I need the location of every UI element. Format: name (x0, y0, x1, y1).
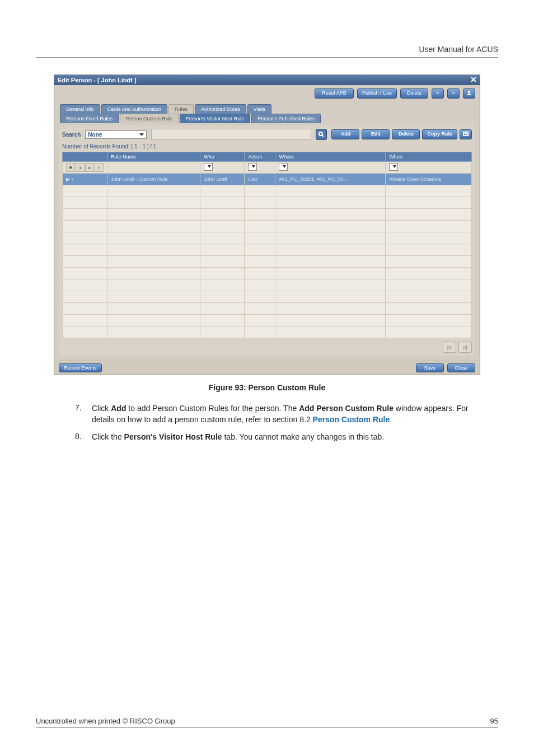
save-button[interactable]: Save (416, 363, 444, 372)
col-where[interactable]: Where (275, 152, 386, 162)
pager-next[interactable]: >| (458, 342, 472, 353)
close-button[interactable]: Close (447, 363, 475, 372)
col-blank (63, 152, 107, 162)
cell-rule-name: John Lindt - Custom Rule (107, 174, 200, 185)
rules-grid: Rule Name Who Action Where When ✱◂▸▪ ▶ ▪ (62, 152, 472, 338)
tab-rules[interactable]: Rules (168, 104, 194, 114)
figure-caption: Figure 93: Person Custom Rule (36, 383, 498, 392)
window-title-text: Edit Person - [ John Lindt ] (58, 77, 137, 83)
close-icon[interactable] (471, 77, 476, 83)
subtab-visitor-host[interactable]: Person's Visitor Host Rule (180, 114, 250, 123)
link-person-custom-rule[interactable]: Person Custom Rule (313, 415, 390, 424)
page-number: 95 (490, 717, 498, 725)
cell-action: Can (245, 174, 275, 185)
search-dropdown[interactable]: None (85, 130, 147, 139)
step-8: 8. Click the Person's Visitor Host Rule … (75, 432, 476, 443)
subtab-custom-rule[interactable]: Person Custom Rule (120, 114, 179, 123)
table-row[interactable]: ▶ ▪ John Lindt - Custom Rule John Lindt … (63, 174, 472, 185)
copy-rule-button[interactable]: Copy Rule (422, 129, 457, 139)
report-icon[interactable] (460, 129, 472, 139)
row-nav-icons[interactable]: ✱◂▸▪ (66, 163, 104, 172)
delete-rule-button[interactable]: Delete (392, 129, 420, 139)
footer-left: Uncontrolled when printed © RISCO Group (36, 717, 175, 725)
chevron-down-icon (139, 133, 144, 136)
subtab-published-rules[interactable]: Person's Published Rules (251, 114, 321, 123)
publish-button[interactable]: Publish / Use (357, 88, 397, 99)
col-who[interactable]: Who (200, 152, 245, 162)
bold-visitor-tab: Person's Visitor Host Rule (124, 432, 222, 441)
records-count: Number of Records Found: [ 1 - 1 ] / 1 (62, 143, 472, 150)
header-title: User Manual for ACUS (419, 45, 498, 54)
filter-row: ✱◂▸▪ (63, 162, 472, 174)
search-icon[interactable] (316, 129, 327, 140)
row-indicator: ▶ ▪ (63, 174, 107, 185)
search-label: Search (62, 132, 81, 138)
tab-general-info[interactable]: General Info (60, 104, 100, 114)
cell-who: John Lindt (200, 174, 245, 185)
nav-next-button[interactable]: > (447, 88, 460, 99)
bold-add: Add (111, 404, 126, 413)
search-text-input[interactable] (151, 129, 311, 140)
col-when[interactable]: When (386, 152, 472, 162)
step-number: 7. (75, 403, 92, 425)
tab-cards-auth[interactable]: Cards And Authorization (101, 104, 168, 114)
filter-where[interactable] (279, 163, 288, 171)
filter-action[interactable] (248, 163, 257, 171)
cell-where: #01_PC_00201, #01_PC_00... (275, 174, 386, 185)
cell-when: Always Open Schedule (386, 174, 472, 185)
col-rule-name[interactable]: Rule Name (107, 152, 200, 162)
reset-apb-button[interactable]: Reset APB (315, 88, 354, 99)
bold-window: Add Person Custom Rule (299, 404, 394, 413)
col-action[interactable]: Action (245, 152, 275, 162)
step-7: 7. Click Add to add Person Custom Rules … (75, 403, 476, 425)
screenshot-figure: Edit Person - [ John Lindt ] Reset APB P… (54, 74, 480, 375)
step-number: 8. (75, 432, 92, 443)
filter-when[interactable] (389, 163, 398, 171)
recent-events-button[interactable]: Recent Events (59, 363, 102, 372)
edit-rule-button[interactable]: Edit (362, 129, 390, 139)
add-rule-button[interactable]: Add (331, 129, 359, 139)
svg-point-0 (319, 132, 322, 136)
filter-who[interactable] (204, 163, 213, 171)
search-value: None (88, 132, 102, 138)
pager-prev[interactable]: |< (443, 342, 456, 353)
tab-auth-doors[interactable]: Authorized Doors (195, 104, 246, 114)
nav-prev-button[interactable]: < (432, 88, 444, 99)
tab-visits[interactable]: Visits (247, 104, 271, 114)
subtab-fixed-rules[interactable]: Persons Fixed Rules (60, 114, 119, 123)
delete-person-button[interactable]: Delete (400, 88, 428, 99)
window-titlebar: Edit Person - [ John Lindt ] (54, 75, 480, 85)
export-icon[interactable] (463, 88, 475, 99)
